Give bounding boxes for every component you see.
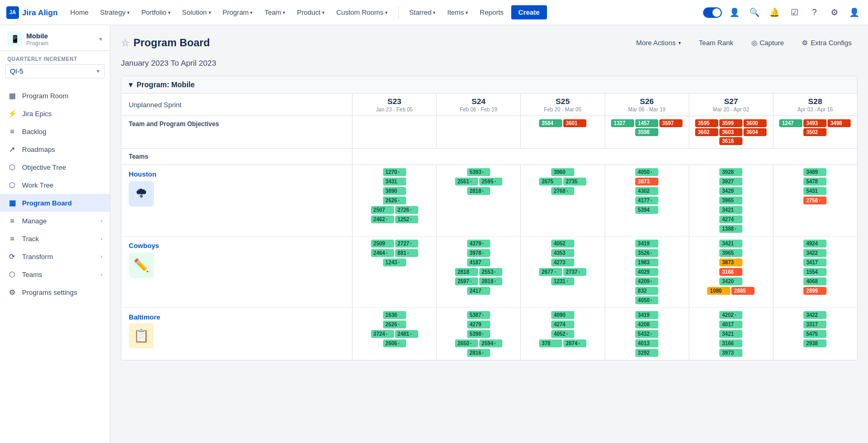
ticket-2816b[interactable]: 2816 ‹ <box>467 349 490 357</box>
ticket-4052b[interactable]: 4052 ‹ <box>551 330 574 338</box>
ticket-5431[interactable]: 5431 <box>803 187 826 195</box>
ticket-1252[interactable]: 1252 ‹ <box>395 215 418 223</box>
ticket-3601[interactable]: 3601 <box>563 119 586 127</box>
ticket-4017[interactable]: 4017 <box>719 321 742 328</box>
ticket-2737[interactable]: 2737 ‹ <box>563 268 586 276</box>
ticket-3498[interactable]: 3498 <box>828 119 851 127</box>
nav-reports[interactable]: Reports <box>476 6 508 18</box>
nav-portfolio[interactable]: Portfolio ▾ <box>137 6 175 18</box>
ticket-4187[interactable]: 4187 <box>467 259 490 266</box>
nav-items[interactable]: Items ▾ <box>443 6 472 18</box>
nav-product[interactable]: Product ▾ <box>293 6 329 18</box>
ticket-2417[interactable]: 2417 <box>467 287 490 295</box>
ticket-2481[interactable]: 2481 ‹ <box>395 330 418 338</box>
ticket-2735[interactable]: 2735 <box>563 178 586 186</box>
app-logo[interactable]: JA Jira Align <box>6 6 58 19</box>
ticket-5393[interactable]: 5393 › <box>467 168 490 176</box>
ticket-3421[interactable]: 3421 <box>719 206 742 214</box>
ticket-2677[interactable]: 2677 ‹ <box>539 268 562 276</box>
ticket-3417[interactable]: 3417 <box>803 259 826 266</box>
ticket-4052[interactable]: 4052 <box>551 240 574 248</box>
ticket-2675[interactable]: 2675 <box>539 178 562 186</box>
ticket-1554[interactable]: 1554 <box>803 268 826 276</box>
ticket-4050b[interactable]: 4050 ‹ <box>635 296 658 304</box>
ticket-3422[interactable]: 3422 <box>803 249 826 257</box>
ticket-3927[interactable]: 3927 <box>719 178 742 186</box>
ticket-3598[interactable]: 3598 <box>635 128 658 136</box>
ticket-4208[interactable]: 4208 <box>635 321 658 328</box>
ticket-1388[interactable]: 1388 ‹ <box>719 225 742 233</box>
ticket-2818c[interactable]: 2818 ‹ <box>479 277 502 285</box>
sidebar-item-jira-epics[interactable]: ⚡ Jira Epics <box>0 105 110 122</box>
ticket-3419b[interactable]: 3419 <box>635 311 658 319</box>
sidebar-item-objective-tree[interactable]: ⬡ Objective Tree <box>0 158 110 176</box>
baltimore-team-name[interactable]: Baltimore <box>129 313 345 321</box>
ticket-2507[interactable]: 2507 <box>371 206 394 214</box>
ticket-3978[interactable]: 3978 › <box>467 249 490 257</box>
sidebar-item-track[interactable]: ≡ Track › <box>0 230 110 248</box>
ticket-3600[interactable]: 3600 <box>743 119 767 127</box>
ticket-3973[interactable]: 3973 <box>719 349 742 357</box>
ticket-4302[interactable]: 4302 <box>635 187 658 195</box>
ticket-3493[interactable]: 3493 <box>803 119 826 127</box>
ticket-4068[interactable]: 4068 <box>803 277 826 285</box>
ticket-4177[interactable]: 4177 ‹ <box>635 197 658 204</box>
sidebar-item-program-board[interactable]: ▦ Program Board <box>0 194 110 212</box>
ticket-4924[interactable]: 4924 <box>803 240 826 248</box>
ticket-4279[interactable]: 4279 <box>467 321 490 328</box>
nav-solution[interactable]: Solution ▾ <box>178 6 215 18</box>
sidebar-item-transform[interactable]: ⟳ Transform › <box>0 248 110 265</box>
ticket-3166[interactable]: 3166 <box>719 268 742 276</box>
ticket-2818[interactable]: 2818 ‹ <box>467 187 490 195</box>
ticket-5398[interactable]: 5398 › <box>467 330 490 338</box>
ticket-2650[interactable]: 2650 ‹ <box>455 339 478 347</box>
notifications-icon[interactable]: 🔔 <box>767 5 782 20</box>
ticket-3960[interactable]: 3960 <box>551 168 574 176</box>
ticket-3873b[interactable]: 3873 <box>719 259 742 266</box>
program-expand-icon[interactable]: ▾ <box>99 36 102 43</box>
ticket-4353[interactable]: 4353 <box>551 249 574 257</box>
sidebar-program[interactable]: 📱 Mobile Program ▾ <box>7 32 102 46</box>
ticket-2727[interactable]: 2727 ‹ <box>395 240 418 248</box>
ticket-1231[interactable]: 1231 › <box>551 277 574 285</box>
favorite-star-icon[interactable]: ☆ <box>121 37 129 49</box>
ticket-2626b[interactable]: 2626 › <box>383 321 406 328</box>
ticket-5387[interactable]: 5387 › <box>467 311 490 319</box>
sidebar-item-work-tree[interactable]: ⬡ Work Tree <box>0 176 110 194</box>
ticket-2597[interactable]: 2597 ‹ <box>455 277 478 285</box>
ticket-2551[interactable]: 2551 ‹ <box>455 178 478 186</box>
ticket-3422b[interactable]: 3422 <box>803 311 826 319</box>
ticket-2595[interactable]: 2595 ‹ <box>479 178 502 186</box>
ticket-2509[interactable]: 2509 <box>371 240 394 248</box>
ticket-3604[interactable]: 3604 <box>743 128 767 136</box>
ticket-3431[interactable]: 3431 <box>383 178 406 186</box>
nav-team[interactable]: Team ▾ <box>260 6 290 18</box>
ticket-1270[interactable]: 1270 › <box>383 168 406 176</box>
nav-strategy[interactable]: Strategy ▾ <box>96 6 133 18</box>
ticket-3502[interactable]: 3502 <box>803 128 826 136</box>
ticket-2818b[interactable]: 2818 <box>455 268 478 276</box>
ticket-2885[interactable]: 2885 <box>731 287 755 295</box>
cowboys-team-name[interactable]: Cowboys <box>129 242 345 250</box>
capture-button[interactable]: ◎ Capture <box>746 36 790 50</box>
extra-configs-button[interactable]: ⚙ Extra Configs <box>796 36 857 50</box>
ticket-3489[interactable]: 3489 <box>803 168 826 176</box>
ticket-4090[interactable]: 4090 <box>551 311 574 319</box>
ticket-4274b[interactable]: 4274 <box>551 321 574 328</box>
program-row[interactable]: ▾ Program: Mobile <box>121 76 857 94</box>
ticket-3724[interactable]: 3724 ‹ <box>371 330 394 338</box>
nav-starred[interactable]: Starred ▾ <box>405 6 440 18</box>
ticket-3965[interactable]: 3965 <box>719 197 742 204</box>
ticket-2758[interactable]: 2758 ‹ <box>803 197 826 204</box>
ticket-378[interactable]: 378 <box>539 339 562 347</box>
more-actions-button[interactable]: More Actions ▾ <box>631 36 687 50</box>
ticket-3166b[interactable]: 3166 <box>719 339 742 347</box>
profile-icon[interactable]: 👤 <box>727 5 742 20</box>
houston-team-name[interactable]: Houston <box>129 170 345 178</box>
ticket-5475[interactable]: 5475 <box>803 330 826 338</box>
ticket-1983[interactable]: 1983 <box>635 259 658 266</box>
ticket-3420[interactable]: 3420 <box>719 277 742 285</box>
sidebar-item-teams[interactable]: ⬡ Teams › <box>0 265 110 283</box>
ticket-4013[interactable]: 4013 <box>635 339 658 347</box>
sidebar-item-programs-settings[interactable]: ⚙ Programs settings <box>0 283 110 301</box>
